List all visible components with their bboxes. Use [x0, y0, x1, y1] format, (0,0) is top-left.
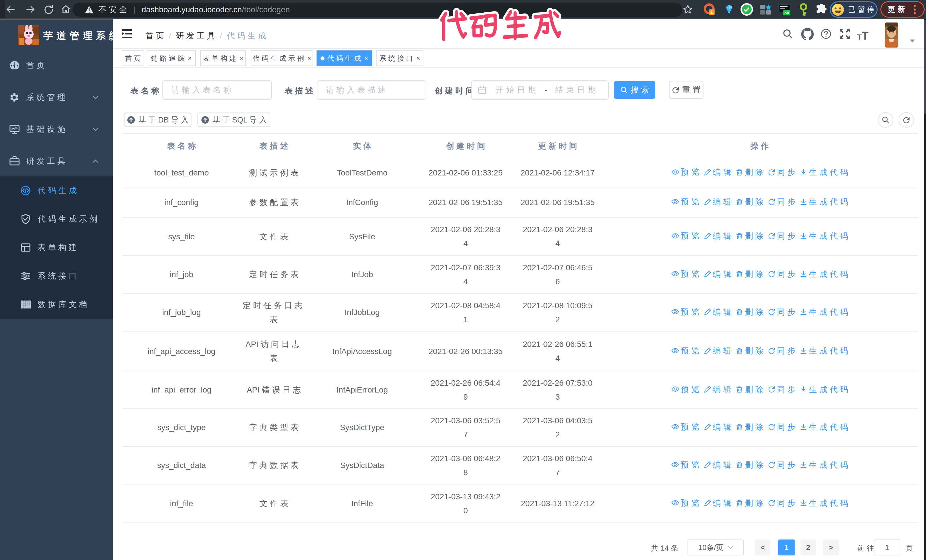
svg-text:on: on	[784, 11, 789, 15]
svg-text:1: 1	[711, 10, 713, 15]
